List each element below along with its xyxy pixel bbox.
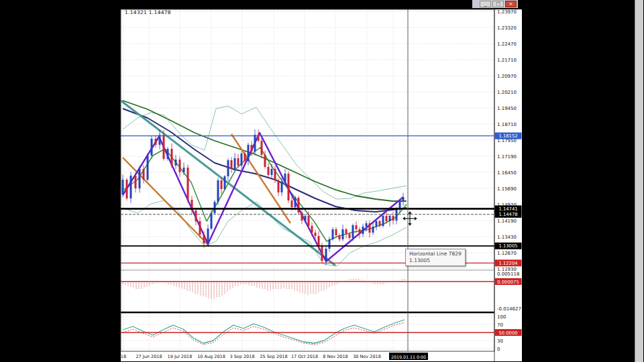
svg-text:1.21710: 1.21710 <box>497 58 517 63</box>
svg-text:17 Oct 2018: 17 Oct 2018 <box>291 354 318 359</box>
svg-text:25 Sep 2018: 25 Sep 2018 <box>260 354 287 359</box>
svg-text:30 Nov 2018: 30 Nov 2018 <box>353 354 381 359</box>
svg-text:1.14478: 1.14478 <box>498 212 517 217</box>
svg-text:-0.014627: -0.014627 <box>497 306 521 312</box>
svg-text:70: 70 <box>497 322 503 328</box>
svg-text:3 Sep 2018: 3 Sep 2018 <box>229 354 254 359</box>
tooltip-title: Horizontal Line 7829 <box>409 251 462 257</box>
svg-text:1.14741: 1.14741 <box>498 206 517 212</box>
minimize-button[interactable]: _ <box>480 1 491 7</box>
svg-text:1.20210: 1.20210 <box>497 90 517 95</box>
horizontal-line-tooltip: Horizontal Line 7829 1.13005 <box>405 249 466 266</box>
svg-text:1.16450: 1.16450 <box>497 170 517 176</box>
window-controls: _ □ × <box>472 0 518 8</box>
svg-text:50.0000: 50.0000 <box>498 330 517 336</box>
quote-header: 1.14321 1.14478 <box>125 9 171 15</box>
svg-text:1.20970: 1.20970 <box>497 74 517 79</box>
restore-button[interactable]: □ <box>492 1 504 7</box>
svg-text:1.13430: 1.13430 <box>497 235 517 240</box>
svg-text:18: 18 <box>121 354 126 359</box>
screen: 1.239701.233201.224701.217101.209701.202… <box>0 0 644 362</box>
svg-text:10 Aug 2018: 10 Aug 2018 <box>197 354 225 359</box>
svg-text:2019.01.11 0:00: 2019.01.11 0:00 <box>391 355 426 359</box>
close-button[interactable]: × <box>505 1 517 7</box>
svg-text:27 Jun 2018: 27 Jun 2018 <box>136 354 162 359</box>
svg-text:30: 30 <box>497 339 503 344</box>
svg-text:1.12204: 1.12204 <box>498 261 517 266</box>
window-edge-strip <box>635 0 643 362</box>
svg-text:1.18710: 1.18710 <box>497 122 517 127</box>
svg-text:1.22470: 1.22470 <box>497 42 517 47</box>
svg-text:100: 100 <box>497 314 506 320</box>
svg-text:1.18152: 1.18152 <box>498 133 517 139</box>
svg-text:1.17190: 1.17190 <box>497 154 517 160</box>
svg-text:8 Nov 2018: 8 Nov 2018 <box>323 354 348 359</box>
svg-text:19 Jul 2018: 19 Jul 2018 <box>168 354 193 359</box>
tooltip-value: 1.13005 <box>409 257 462 264</box>
svg-text:0.000075: 0.000075 <box>497 280 519 285</box>
svg-text:0: 0 <box>497 347 500 352</box>
svg-text:1.23320: 1.23320 <box>497 25 517 31</box>
svg-text:1.23970: 1.23970 <box>497 9 517 15</box>
svg-text:0.005118: 0.005118 <box>497 272 519 277</box>
chart-canvas[interactable]: 1.239701.233201.224701.217101.209701.202… <box>0 0 644 362</box>
svg-text:1.12670: 1.12670 <box>497 251 517 256</box>
svg-text:1.15690: 1.15690 <box>497 186 517 192</box>
svg-text:1.14190: 1.14190 <box>497 219 517 224</box>
svg-text:1.19450: 1.19450 <box>497 106 517 111</box>
svg-text:1.13005: 1.13005 <box>498 243 517 249</box>
